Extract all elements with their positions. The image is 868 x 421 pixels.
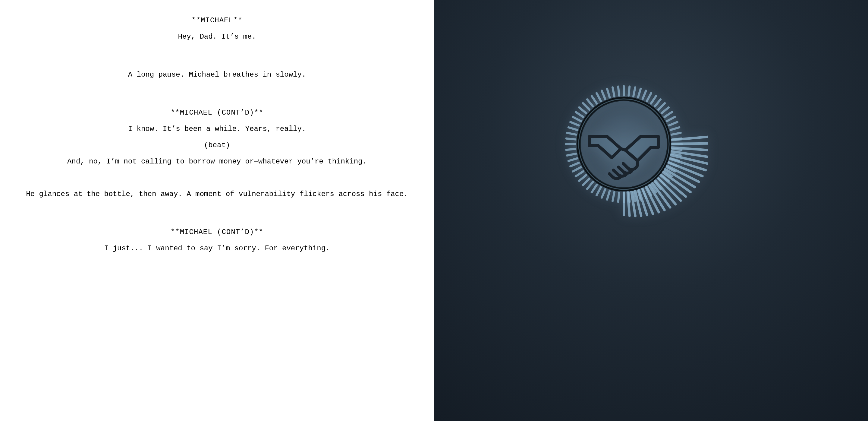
svg-line-43 bbox=[596, 93, 601, 101]
svg-line-61 bbox=[671, 127, 679, 130]
svg-line-65 bbox=[672, 144, 708, 144]
handshake-icon bbox=[539, 60, 708, 229]
screenplay-pane: **MICHAEL** Hey, Dad. It’s me. A long pa… bbox=[0, 0, 434, 421]
speaker-heading: **MICHAEL (CONT’D)** bbox=[12, 108, 422, 118]
svg-line-34 bbox=[567, 133, 576, 135]
svg-line-20 bbox=[602, 189, 605, 198]
svg-line-57 bbox=[661, 108, 669, 113]
svg-line-60 bbox=[669, 122, 678, 125]
svg-line-18 bbox=[613, 192, 615, 201]
dialogue-line: I just... I wanted to say I’m sorry. For… bbox=[12, 243, 422, 254]
svg-line-30 bbox=[567, 154, 576, 156]
action-line: A long pause. Michael breathes in slowly… bbox=[12, 69, 422, 80]
speaker-heading: **MICHAEL** bbox=[12, 15, 422, 26]
svg-line-56 bbox=[658, 103, 665, 110]
svg-line-50 bbox=[633, 87, 635, 96]
handshake-emblem bbox=[539, 60, 708, 229]
dialogue-line: Hey, Dad. It’s me. bbox=[12, 31, 422, 42]
illustration-pane bbox=[434, 0, 868, 421]
svg-line-54 bbox=[651, 96, 656, 103]
svg-line-38 bbox=[576, 112, 583, 117]
svg-line-62 bbox=[672, 133, 681, 135]
svg-line-35 bbox=[568, 127, 577, 130]
svg-line-23 bbox=[587, 182, 593, 189]
svg-line-17 bbox=[618, 193, 619, 202]
svg-line-52 bbox=[643, 91, 646, 99]
svg-line-21 bbox=[596, 187, 601, 195]
svg-line-36 bbox=[570, 122, 579, 125]
svg-line-42 bbox=[592, 96, 597, 103]
svg-line-28 bbox=[570, 163, 579, 166]
dialogue-line: And, no, I’m not calling to borrow money… bbox=[12, 156, 422, 167]
svg-line-27 bbox=[573, 167, 581, 171]
svg-line-53 bbox=[647, 93, 651, 101]
svg-line-25 bbox=[579, 175, 586, 181]
svg-line-33 bbox=[566, 139, 575, 139]
svg-line-41 bbox=[587, 99, 593, 107]
speaker-heading: **MICHAEL (CONT’D)** bbox=[12, 227, 422, 238]
svg-line-39 bbox=[579, 108, 586, 113]
dialogue-line: I know. It’s been a while. Years, really… bbox=[12, 124, 422, 134]
svg-line-59 bbox=[667, 117, 675, 121]
svg-line-22 bbox=[592, 185, 597, 192]
svg-line-37 bbox=[573, 117, 581, 121]
svg-line-40 bbox=[583, 103, 589, 110]
svg-line-49 bbox=[629, 87, 629, 96]
svg-line-44 bbox=[602, 91, 605, 99]
svg-line-29 bbox=[568, 158, 577, 161]
svg-line-47 bbox=[618, 87, 619, 96]
svg-line-19 bbox=[607, 191, 610, 200]
action-line: He glances at the bottle, then away. A m… bbox=[12, 189, 422, 200]
svg-line-55 bbox=[655, 99, 661, 107]
svg-line-26 bbox=[576, 171, 583, 176]
svg-line-46 bbox=[613, 87, 615, 96]
svg-line-51 bbox=[638, 89, 641, 97]
svg-line-45 bbox=[607, 89, 610, 97]
svg-line-31 bbox=[566, 149, 575, 150]
parenthetical: (beat) bbox=[12, 140, 422, 151]
svg-line-24 bbox=[583, 179, 589, 185]
svg-line-58 bbox=[664, 112, 672, 117]
